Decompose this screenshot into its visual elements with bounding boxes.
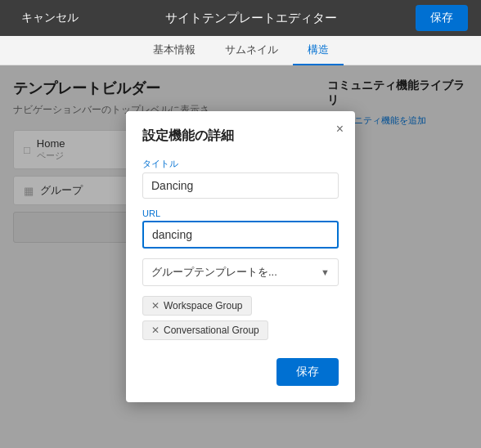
tab-structure[interactable]: 構造	[293, 36, 344, 65]
dropdown-wrapper: グループテンプレートを... ▼	[142, 258, 339, 286]
modal-dialog: 設定機能の詳細 × タイトル URL グループテンプレートを... ▼ ✕	[126, 111, 355, 402]
tag-label: Conversational Group	[164, 325, 259, 336]
tag-workspace[interactable]: ✕ Workspace Group	[142, 296, 252, 316]
group-template-dropdown[interactable]: グループテンプレートを... ▼	[142, 258, 339, 286]
header-save-button[interactable]: 保存	[416, 5, 468, 31]
header: キャンセル サイトテンプレートエディター 保存	[0, 0, 481, 36]
cancel-button[interactable]: キャンセル	[13, 6, 87, 30]
modal-overlay: 設定機能の詳細 × タイトル URL グループテンプレートを... ▼ ✕	[0, 65, 481, 448]
tag-remove-icon: ✕	[151, 325, 160, 336]
title-field-label: タイトル	[142, 158, 339, 170]
modal-title: 設定機能の詳細	[142, 128, 339, 145]
tag-conversational[interactable]: ✕ Conversational Group	[142, 320, 268, 340]
tags-list: ✕ Workspace Group ✕ Conversational Group	[142, 296, 339, 345]
page-title: サイトテンプレートエディター	[165, 11, 337, 26]
modal-footer: 保存	[142, 358, 339, 386]
modal-close-button[interactable]: ×	[336, 123, 344, 136]
tabs-bar: 基本情報 サムネイル 構造	[0, 36, 481, 65]
title-input[interactable]	[142, 172, 339, 199]
tab-basic[interactable]: 基本情報	[138, 36, 210, 65]
url-input[interactable]	[142, 221, 339, 249]
tag-label: Workspace Group	[164, 300, 243, 311]
chevron-down-icon: ▼	[321, 267, 330, 277]
tag-remove-icon: ✕	[151, 300, 160, 311]
main-content: テンプレートビルダー ナビゲーションバーのトップレベルに表示さ... □ Hom…	[0, 65, 481, 448]
dropdown-label: グループテンプレートを...	[151, 265, 277, 280]
tab-thumbnail[interactable]: サムネイル	[210, 36, 293, 65]
modal-save-button[interactable]: 保存	[276, 358, 339, 386]
url-field-label: URL	[142, 208, 339, 218]
